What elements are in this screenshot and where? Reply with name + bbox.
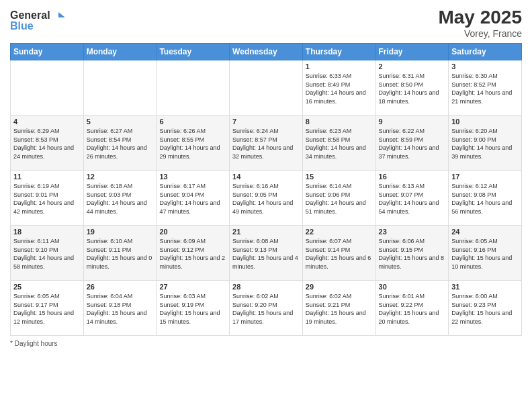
calendar-header-row: SundayMondayTuesdayWednesdayThursdayFrid… [11, 44, 522, 60]
cell-1-4: 8Sunrise: 6:23 AM Sunset: 8:58 PM Daylig… [302, 116, 375, 171]
cell-0-4: 1Sunrise: 6:33 AM Sunset: 8:49 PM Daylig… [302, 60, 375, 116]
week-row-3: 11Sunrise: 6:19 AM Sunset: 9:01 PM Dayli… [11, 171, 522, 226]
day-info: Sunrise: 6:18 AM Sunset: 9:03 PM Dayligh… [87, 182, 154, 216]
day-info: Sunrise: 6:29 AM Sunset: 8:53 PM Dayligh… [13, 127, 81, 161]
cell-2-5: 16Sunrise: 6:13 AM Sunset: 9:07 PM Dayli… [375, 171, 449, 226]
daylight-hours-label: Daylight hours [15, 340, 58, 347]
day-info: Sunrise: 6:24 AM Sunset: 8:57 PM Dayligh… [232, 127, 300, 161]
day-number: 12 [87, 173, 154, 181]
day-number: 17 [451, 173, 519, 181]
day-info: Sunrise: 6:07 AM Sunset: 9:14 PM Dayligh… [306, 237, 373, 271]
day-number: 6 [159, 118, 226, 126]
day-number: 27 [159, 283, 226, 291]
day-number: 14 [232, 173, 300, 181]
day-number: 31 [451, 283, 519, 291]
cell-4-4: 29Sunrise: 6:02 AM Sunset: 9:21 PM Dayli… [302, 281, 375, 336]
day-number: 19 [87, 228, 154, 236]
cell-1-1: 5Sunrise: 6:27 AM Sunset: 8:54 PM Daylig… [83, 116, 157, 171]
day-info: Sunrise: 6:10 AM Sunset: 9:11 PM Dayligh… [87, 237, 154, 271]
day-info: Sunrise: 6:31 AM Sunset: 8:50 PM Dayligh… [379, 72, 446, 105]
day-info: Sunrise: 6:11 AM Sunset: 9:10 PM Dayligh… [13, 237, 81, 271]
day-number: 28 [232, 283, 300, 291]
day-number: 26 [87, 283, 154, 291]
cell-4-0: 25Sunrise: 6:05 AM Sunset: 9:17 PM Dayli… [11, 281, 84, 336]
cell-3-5: 23Sunrise: 6:06 AM Sunset: 9:15 PM Dayli… [375, 226, 449, 281]
week-row-2: 4Sunrise: 6:29 AM Sunset: 8:53 PM Daylig… [11, 116, 522, 171]
day-info: Sunrise: 6:13 AM Sunset: 9:07 PM Dayligh… [379, 182, 446, 216]
cell-3-6: 24Sunrise: 6:05 AM Sunset: 9:16 PM Dayli… [449, 226, 522, 281]
cell-1-6: 10Sunrise: 6:20 AM Sunset: 9:00 PM Dayli… [449, 116, 522, 171]
cell-0-5: 2Sunrise: 6:31 AM Sunset: 8:50 PM Daylig… [375, 60, 449, 116]
svg-text:General: General [10, 9, 50, 21]
cell-0-0 [11, 60, 84, 116]
week-row-1: 1Sunrise: 6:33 AM Sunset: 8:49 PM Daylig… [11, 60, 522, 116]
svg-marker-1 [58, 12, 65, 17]
day-number: 1 [306, 62, 373, 71]
month-year-title: May 2025 [438, 7, 522, 28]
cell-2-0: 11Sunrise: 6:19 AM Sunset: 9:01 PM Dayli… [11, 171, 84, 226]
day-info: Sunrise: 6:05 AM Sunset: 9:16 PM Dayligh… [451, 237, 519, 271]
day-number: 25 [13, 283, 81, 291]
header: General Blue May 2025 Vorey, France [10, 7, 522, 39]
day-info: Sunrise: 6:22 AM Sunset: 8:59 PM Dayligh… [379, 127, 446, 161]
day-number: 16 [379, 173, 446, 181]
col-header-thursday: Thursday [302, 44, 375, 60]
cell-4-6: 31Sunrise: 6:00 AM Sunset: 9:23 PM Dayli… [449, 281, 522, 336]
cell-4-5: 30Sunrise: 6:01 AM Sunset: 9:22 PM Dayli… [375, 281, 449, 336]
cell-3-0: 18Sunrise: 6:11 AM Sunset: 9:10 PM Dayli… [11, 226, 84, 281]
svg-text:Blue: Blue [10, 20, 34, 32]
day-number: 4 [13, 118, 81, 126]
cell-0-3 [230, 60, 303, 116]
day-info: Sunrise: 6:33 AM Sunset: 8:49 PM Dayligh… [306, 72, 373, 105]
calendar-table: SundayMondayTuesdayWednesdayThursdayFrid… [10, 43, 522, 336]
day-number: 13 [159, 173, 226, 181]
day-info: Sunrise: 6:23 AM Sunset: 8:58 PM Dayligh… [306, 127, 373, 161]
col-header-sunday: Sunday [11, 44, 84, 60]
day-number: 7 [232, 118, 300, 126]
day-info: Sunrise: 6:02 AM Sunset: 9:20 PM Dayligh… [232, 292, 300, 326]
day-info: Sunrise: 6:17 AM Sunset: 9:04 PM Dayligh… [159, 182, 226, 216]
cell-2-4: 15Sunrise: 6:14 AM Sunset: 9:06 PM Dayli… [302, 171, 375, 226]
week-row-4: 18Sunrise: 6:11 AM Sunset: 9:10 PM Dayli… [11, 226, 522, 281]
col-header-friday: Friday [375, 44, 449, 60]
day-info: Sunrise: 6:26 AM Sunset: 8:55 PM Dayligh… [159, 127, 226, 161]
logo-svg: General Blue [10, 7, 71, 34]
day-number: 15 [306, 173, 373, 181]
col-header-wednesday: Wednesday [230, 44, 303, 60]
footer: * Daylight hours [10, 340, 522, 347]
cell-3-3: 21Sunrise: 6:08 AM Sunset: 9:13 PM Dayli… [230, 226, 303, 281]
cell-2-2: 13Sunrise: 6:17 AM Sunset: 9:04 PM Dayli… [157, 171, 230, 226]
day-number: 29 [306, 283, 373, 291]
week-row-5: 25Sunrise: 6:05 AM Sunset: 9:17 PM Dayli… [11, 281, 522, 336]
day-number: 23 [379, 228, 446, 236]
day-number: 30 [379, 283, 446, 291]
cell-2-3: 14Sunrise: 6:16 AM Sunset: 9:05 PM Dayli… [230, 171, 303, 226]
logo: General Blue [10, 7, 71, 34]
col-header-tuesday: Tuesday [157, 44, 230, 60]
day-number: 3 [451, 62, 519, 71]
cell-0-1 [83, 60, 157, 116]
cell-4-2: 27Sunrise: 6:03 AM Sunset: 9:19 PM Dayli… [157, 281, 230, 336]
day-info: Sunrise: 6:19 AM Sunset: 9:01 PM Dayligh… [13, 182, 81, 216]
day-info: Sunrise: 6:01 AM Sunset: 9:22 PM Dayligh… [379, 292, 446, 326]
day-info: Sunrise: 6:14 AM Sunset: 9:06 PM Dayligh… [306, 182, 373, 216]
page: General Blue May 2025 Vorey, France Sund… [0, 0, 532, 411]
day-number: 11 [13, 173, 81, 181]
day-info: Sunrise: 6:20 AM Sunset: 9:00 PM Dayligh… [451, 127, 519, 161]
day-info: Sunrise: 6:27 AM Sunset: 8:54 PM Dayligh… [87, 127, 154, 161]
day-number: 5 [87, 118, 154, 126]
day-info: Sunrise: 6:02 AM Sunset: 9:21 PM Dayligh… [306, 292, 373, 326]
day-number: 21 [232, 228, 300, 236]
day-info: Sunrise: 6:30 AM Sunset: 8:52 PM Dayligh… [451, 72, 519, 105]
day-info: Sunrise: 6:04 AM Sunset: 9:18 PM Dayligh… [87, 292, 154, 326]
cell-2-6: 17Sunrise: 6:12 AM Sunset: 9:08 PM Dayli… [449, 171, 522, 226]
day-number: 9 [379, 118, 446, 126]
day-info: Sunrise: 6:08 AM Sunset: 9:13 PM Dayligh… [232, 237, 300, 271]
col-header-saturday: Saturday [449, 44, 522, 60]
day-info: Sunrise: 6:09 AM Sunset: 9:12 PM Dayligh… [159, 237, 226, 271]
day-info: Sunrise: 6:00 AM Sunset: 9:23 PM Dayligh… [451, 292, 519, 326]
cell-4-1: 26Sunrise: 6:04 AM Sunset: 9:18 PM Dayli… [83, 281, 157, 336]
cell-1-3: 7Sunrise: 6:24 AM Sunset: 8:57 PM Daylig… [230, 116, 303, 171]
day-number: 2 [379, 62, 446, 71]
day-info: Sunrise: 6:16 AM Sunset: 9:05 PM Dayligh… [232, 182, 300, 216]
